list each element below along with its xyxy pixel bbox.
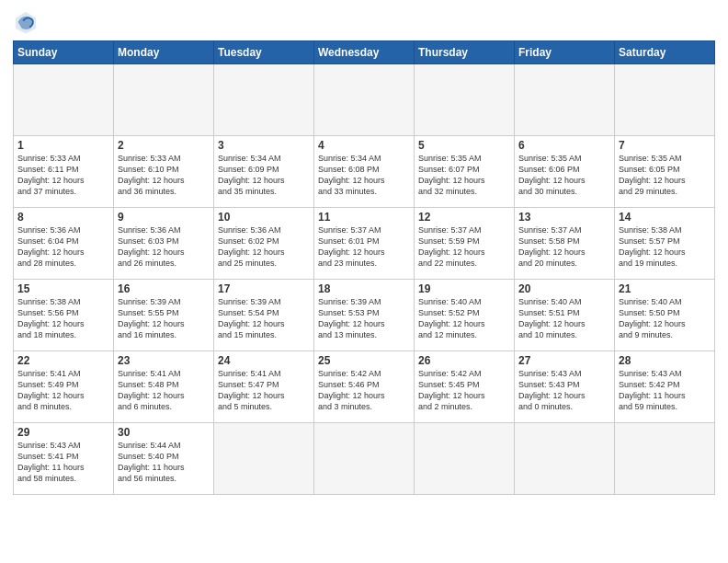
day-info: Sunrise: 5:36 AM Sunset: 6:02 PM Dayligh… [218, 224, 310, 270]
day-number: 4 [318, 139, 410, 152]
day-number: 7 [619, 139, 711, 152]
day-info: Sunrise: 5:43 AM Sunset: 5:41 PM Dayligh… [17, 440, 109, 485]
calendar-cell: 1Sunrise: 5:33 AM Sunset: 6:11 PM Daylig… [14, 136, 114, 208]
day-info: Sunrise: 5:38 AM Sunset: 5:57 PM Dayligh… [619, 224, 711, 270]
col-header-thursday: Thursday [415, 41, 515, 64]
day-number: 1 [17, 139, 109, 152]
calendar-table: SundayMondayTuesdayWednesdayThursdayFrid… [13, 40, 715, 495]
week-row-3: 15Sunrise: 5:38 AM Sunset: 5:56 PM Dayli… [14, 280, 715, 351]
day-info: Sunrise: 5:42 AM Sunset: 5:45 PM Dayligh… [418, 368, 510, 413]
header [13, 9, 715, 35]
calendar-cell: 20Sunrise: 5:40 AM Sunset: 5:51 PM Dayli… [515, 280, 615, 351]
calendar-cell: 30Sunrise: 5:44 AM Sunset: 5:40 PM Dayli… [114, 423, 214, 495]
logo [13, 9, 42, 35]
day-number: 25 [318, 354, 410, 367]
calendar-cell: 26Sunrise: 5:42 AM Sunset: 5:45 PM Dayli… [415, 351, 515, 423]
day-number: 22 [17, 354, 109, 367]
day-info: Sunrise: 5:36 AM Sunset: 6:03 PM Dayligh… [118, 224, 210, 270]
day-number: 5 [418, 139, 510, 152]
calendar-cell [415, 423, 515, 495]
calendar-cell [615, 64, 715, 136]
col-header-tuesday: Tuesday [214, 41, 314, 64]
calendar-cell: 23Sunrise: 5:41 AM Sunset: 5:48 PM Dayli… [114, 351, 214, 423]
calendar-cell: 25Sunrise: 5:42 AM Sunset: 5:46 PM Dayli… [314, 351, 415, 423]
calendar-cell: 22Sunrise: 5:41 AM Sunset: 5:49 PM Dayli… [14, 351, 114, 423]
day-info: Sunrise: 5:33 AM Sunset: 6:11 PM Dayligh… [17, 153, 109, 198]
day-info: Sunrise: 5:39 AM Sunset: 5:55 PM Dayligh… [118, 296, 210, 341]
calendar-cell: 12Sunrise: 5:37 AM Sunset: 5:59 PM Dayli… [415, 208, 515, 280]
col-header-sunday: Sunday [14, 41, 114, 64]
calendar-cell: 10Sunrise: 5:36 AM Sunset: 6:02 PM Dayli… [214, 208, 314, 280]
day-number: 2 [118, 139, 210, 152]
calendar-cell: 5Sunrise: 5:35 AM Sunset: 6:07 PM Daylig… [415, 136, 515, 208]
day-info: Sunrise: 5:39 AM Sunset: 5:53 PM Dayligh… [318, 296, 410, 341]
calendar-cell: 29Sunrise: 5:43 AM Sunset: 5:41 PM Dayli… [14, 423, 114, 495]
day-info: Sunrise: 5:44 AM Sunset: 5:40 PM Dayligh… [118, 440, 210, 485]
calendar-cell [515, 423, 615, 495]
day-number: 16 [118, 282, 210, 295]
day-number: 11 [318, 211, 410, 224]
calendar-cell: 7Sunrise: 5:35 AM Sunset: 6:05 PM Daylig… [615, 136, 715, 208]
week-row-2: 8Sunrise: 5:36 AM Sunset: 6:04 PM Daylig… [14, 208, 715, 280]
day-info: Sunrise: 5:35 AM Sunset: 6:05 PM Dayligh… [619, 153, 711, 198]
day-number: 21 [619, 282, 711, 295]
day-info: Sunrise: 5:42 AM Sunset: 5:46 PM Dayligh… [318, 368, 410, 413]
calendar-cell [314, 64, 415, 136]
calendar-cell: 13Sunrise: 5:37 AM Sunset: 5:58 PM Dayli… [515, 208, 615, 280]
day-number: 13 [518, 211, 610, 224]
calendar-header: SundayMondayTuesdayWednesdayThursdayFrid… [14, 41, 715, 64]
day-info: Sunrise: 5:40 AM Sunset: 5:51 PM Dayligh… [518, 296, 610, 341]
day-number: 14 [619, 211, 711, 224]
week-row-1: 1Sunrise: 5:33 AM Sunset: 6:11 PM Daylig… [14, 136, 715, 208]
week-row-0 [14, 64, 715, 136]
calendar-cell: 15Sunrise: 5:38 AM Sunset: 5:56 PM Dayli… [14, 280, 114, 351]
day-info: Sunrise: 5:34 AM Sunset: 6:08 PM Dayligh… [318, 153, 410, 198]
day-info: Sunrise: 5:33 AM Sunset: 6:10 PM Dayligh… [118, 153, 210, 198]
day-number: 28 [619, 354, 711, 367]
day-info: Sunrise: 5:38 AM Sunset: 5:56 PM Dayligh… [17, 296, 109, 341]
col-header-monday: Monday [114, 41, 214, 64]
calendar-cell [415, 64, 515, 136]
day-number: 27 [518, 354, 610, 367]
calendar-cell: 17Sunrise: 5:39 AM Sunset: 5:54 PM Dayli… [214, 280, 314, 351]
col-header-saturday: Saturday [615, 41, 715, 64]
day-info: Sunrise: 5:37 AM Sunset: 5:58 PM Dayligh… [518, 224, 610, 270]
day-info: Sunrise: 5:34 AM Sunset: 6:09 PM Dayligh… [218, 153, 310, 198]
day-info: Sunrise: 5:41 AM Sunset: 5:48 PM Dayligh… [118, 368, 210, 413]
day-number: 8 [17, 211, 109, 224]
day-info: Sunrise: 5:40 AM Sunset: 5:50 PM Dayligh… [619, 296, 711, 341]
calendar-cell: 21Sunrise: 5:40 AM Sunset: 5:50 PM Dayli… [615, 280, 715, 351]
day-number: 6 [518, 139, 610, 152]
day-info: Sunrise: 5:36 AM Sunset: 6:04 PM Dayligh… [17, 224, 109, 270]
day-number: 24 [218, 354, 310, 367]
logo-icon [13, 9, 39, 35]
day-number: 26 [418, 354, 510, 367]
main-container: SundayMondayTuesdayWednesdayThursdayFrid… [0, 0, 728, 504]
day-info: Sunrise: 5:43 AM Sunset: 5:43 PM Dayligh… [518, 368, 610, 413]
day-info: Sunrise: 5:41 AM Sunset: 5:49 PM Dayligh… [17, 368, 109, 413]
day-info: Sunrise: 5:37 AM Sunset: 6:01 PM Dayligh… [318, 224, 410, 270]
calendar-cell: 24Sunrise: 5:41 AM Sunset: 5:47 PM Dayli… [214, 351, 314, 423]
week-row-5: 29Sunrise: 5:43 AM Sunset: 5:41 PM Dayli… [14, 423, 715, 495]
col-header-wednesday: Wednesday [314, 41, 415, 64]
calendar-cell: 4Sunrise: 5:34 AM Sunset: 6:08 PM Daylig… [314, 136, 415, 208]
day-number: 20 [518, 282, 610, 295]
day-info: Sunrise: 5:41 AM Sunset: 5:47 PM Dayligh… [218, 368, 310, 413]
calendar-cell: 8Sunrise: 5:36 AM Sunset: 6:04 PM Daylig… [14, 208, 114, 280]
calendar-cell: 2Sunrise: 5:33 AM Sunset: 6:10 PM Daylig… [114, 136, 214, 208]
calendar-cell: 14Sunrise: 5:38 AM Sunset: 5:57 PM Dayli… [615, 208, 715, 280]
day-info: Sunrise: 5:37 AM Sunset: 5:59 PM Dayligh… [418, 224, 510, 270]
calendar-cell: 16Sunrise: 5:39 AM Sunset: 5:55 PM Dayli… [114, 280, 214, 351]
calendar-cell: 11Sunrise: 5:37 AM Sunset: 6:01 PM Dayli… [314, 208, 415, 280]
day-number: 15 [17, 282, 109, 295]
calendar-cell [214, 64, 314, 136]
day-info: Sunrise: 5:39 AM Sunset: 5:54 PM Dayligh… [218, 296, 310, 341]
day-number: 3 [218, 139, 310, 152]
week-row-4: 22Sunrise: 5:41 AM Sunset: 5:49 PM Dayli… [14, 351, 715, 423]
day-number: 12 [418, 211, 510, 224]
calendar-cell [314, 423, 415, 495]
day-number: 29 [17, 426, 109, 439]
calendar-cell: 27Sunrise: 5:43 AM Sunset: 5:43 PM Dayli… [515, 351, 615, 423]
day-number: 18 [318, 282, 410, 295]
day-number: 30 [118, 426, 210, 439]
